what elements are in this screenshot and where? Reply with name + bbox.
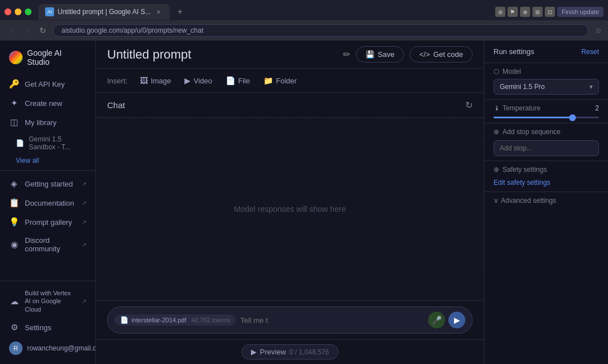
send-button[interactable]: ▶ xyxy=(448,312,465,329)
model-select-dropdown[interactable]: Gemini 1.5 Pro ▾ xyxy=(494,79,599,95)
documentation-label: Documentation xyxy=(25,199,76,207)
sidebar-item-settings[interactable]: ⚙ Settings xyxy=(0,318,95,337)
view-all-link[interactable]: View all xyxy=(0,154,95,167)
sidebar-item-getting-started[interactable]: ◈ Getting started ↗ xyxy=(0,174,95,193)
back-button[interactable]: ‹ xyxy=(6,26,17,35)
temperature-label-row: 🌡 Temperature 2 xyxy=(494,104,599,112)
safety-label: ⊕ Safety settings xyxy=(494,166,599,174)
slider-fill xyxy=(494,117,572,118)
close-traffic-light[interactable] xyxy=(5,8,11,15)
insert-image-button[interactable]: 🖼 Image xyxy=(134,73,177,88)
model-section: ⬡ Model Gemini 1.5 Pro ▾ xyxy=(484,63,608,99)
chat-panel: Chat ↻ Model responses will show here 📄 … xyxy=(96,93,484,364)
forward-button[interactable]: › xyxy=(21,26,33,35)
app-logo-label: Google AI Studio xyxy=(27,48,86,66)
settings-icon: ⚙ xyxy=(9,322,19,332)
finish-update-button[interactable]: Finish update xyxy=(557,7,603,17)
model-label: ⬡ Model xyxy=(494,68,599,76)
empty-chat-message: Model responses will show here xyxy=(234,205,346,214)
sidebar-item-discord[interactable]: ◉ Discord community ↗ xyxy=(0,232,95,258)
sidebar: Google AI Studio 🔑 Get API Key ✦ Create … xyxy=(0,41,96,364)
library-sub-item[interactable]: 📄 Gemini 1.5 Sandbox - T... xyxy=(0,132,95,154)
browser-extensions: ⊛ ⚑ ⊗ ⊞ ⊡ Finish update xyxy=(495,7,603,17)
send-icon: ▶ xyxy=(454,316,460,325)
chevron-down-icon: ▾ xyxy=(589,83,593,91)
save-icon: 💾 xyxy=(365,50,375,59)
bookmark-icon[interactable]: ☆ xyxy=(595,26,602,35)
run-settings-title: Run settings xyxy=(494,47,534,56)
insert-label: Insert: xyxy=(107,77,127,85)
refresh-button[interactable]: ↻ xyxy=(37,26,49,35)
file-icon: 📄 xyxy=(226,76,235,85)
stop-sequence-label: ⊕ Add stop sequence xyxy=(494,128,599,136)
ext-icon-3[interactable]: ⊗ xyxy=(520,7,530,17)
get-code-button[interactable]: </> Get code xyxy=(409,46,473,63)
new-tab-button[interactable]: + xyxy=(172,4,188,20)
token-count: 42,762 tokens xyxy=(191,317,230,323)
edit-title-icon[interactable]: ✏ xyxy=(343,49,350,60)
sidebar-divider-1 xyxy=(0,170,95,171)
save-button[interactable]: 💾 Save xyxy=(356,46,404,63)
app-logo: Google AI Studio xyxy=(0,41,95,74)
input-area: 📄 interstellar-2014.pdf 42,762 tokens 🎤 … xyxy=(96,300,484,339)
input-box: 📄 interstellar-2014.pdf 42,762 tokens 🎤 … xyxy=(107,307,473,334)
getting-started-label: Getting started xyxy=(25,180,76,188)
library-item-label: Gemini 1.5 Sandbox - T... xyxy=(29,135,86,151)
temperature-label: 🌡 Temperature xyxy=(494,104,540,112)
user-profile-item[interactable]: R rowancheung@gmail.com xyxy=(0,337,95,359)
file-label: File xyxy=(238,77,250,85)
minimize-traffic-light[interactable] xyxy=(15,8,21,15)
get-api-key-label: Get API Key xyxy=(25,80,86,88)
documentation-icon: 📋 xyxy=(9,198,19,208)
run-settings-header: Run settings Reset xyxy=(484,41,608,63)
attached-file-tag[interactable]: 📄 interstellar-2014.pdf 42,762 tokens xyxy=(114,314,236,326)
temperature-slider[interactable] xyxy=(494,117,599,118)
create-new-label: Create new xyxy=(25,99,86,108)
sidebar-item-build-vertex[interactable]: ☁ Build with Vertex AI on Google Cloud ↗ xyxy=(0,285,95,318)
address-bar[interactable]: aistudio.google.com/app/u/0/prompts/new_… xyxy=(53,24,588,37)
discord-icon: ◉ xyxy=(9,239,19,250)
sidebar-item-prompt-gallery[interactable]: 💡 Prompt gallery ↗ xyxy=(0,212,95,232)
chat-refresh-icon[interactable]: ↻ xyxy=(465,100,473,110)
video-icon: ▶ xyxy=(184,76,191,85)
sidebar-item-create-new[interactable]: ✦ Create new xyxy=(0,94,95,113)
advanced-settings-toggle[interactable]: ∨ Advanced settings xyxy=(494,197,599,205)
ext-icon-5[interactable]: ⊡ xyxy=(545,7,555,17)
traffic-lights xyxy=(5,8,32,15)
code-icon: </> xyxy=(419,50,430,59)
external-link-icon-1: ↗ xyxy=(82,181,86,187)
right-panel: Run settings Reset ⬡ Model Gemini 1.5 Pr… xyxy=(484,41,608,364)
ext-icon-2[interactable]: ⚑ xyxy=(508,7,518,17)
preview-label: Preview xyxy=(260,348,286,356)
active-tab[interactable]: AI Untitled prompt | Google AI S... ✕ xyxy=(38,4,170,20)
reset-button[interactable]: Reset xyxy=(581,48,599,56)
insert-video-button[interactable]: ▶ Video xyxy=(179,73,218,88)
safety-icon: ⊕ xyxy=(494,166,499,174)
prompt-gallery-label: Prompt gallery xyxy=(25,218,76,227)
avatar: R xyxy=(9,341,23,355)
image-label: Image xyxy=(151,77,171,85)
insert-folder-button[interactable]: 📁 Folder xyxy=(258,73,302,88)
sidebar-item-documentation[interactable]: 📋 Documentation ↗ xyxy=(0,193,95,212)
model-icon: ⬡ xyxy=(494,68,499,76)
settings-label: Settings xyxy=(25,323,86,332)
chevron-icon: ∨ xyxy=(494,197,499,205)
tab-bar: AI Untitled prompt | Google AI S... ✕ + … xyxy=(0,0,608,20)
get-code-label: Get code xyxy=(433,50,463,59)
sidebar-item-get-api-key[interactable]: 🔑 Get API Key xyxy=(0,74,95,94)
edit-safety-settings-link[interactable]: Edit safety settings xyxy=(494,179,550,187)
stop-sequence-input[interactable] xyxy=(494,140,599,156)
external-link-icon-4: ↗ xyxy=(82,242,86,248)
folder-icon: 📁 xyxy=(263,76,273,85)
maximize-traffic-light[interactable] xyxy=(25,8,32,15)
insert-file-button[interactable]: 📄 File xyxy=(220,73,255,88)
chat-title: Chat xyxy=(107,100,125,110)
preview-button[interactable]: ▶ Preview 0 / 1,048,576 xyxy=(241,344,338,359)
tab-close-btn[interactable]: ✕ xyxy=(154,7,163,16)
chat-input-field[interactable] xyxy=(240,316,424,325)
ext-icon-1[interactable]: ⊛ xyxy=(495,7,505,17)
microphone-button[interactable]: 🎤 xyxy=(428,312,445,329)
ext-icon-4[interactable]: ⊞ xyxy=(532,7,543,17)
address-text: aistudio.google.com/app/u/0/prompts/new_… xyxy=(61,26,204,34)
sidebar-item-my-library[interactable]: ◫ My library xyxy=(0,113,95,132)
